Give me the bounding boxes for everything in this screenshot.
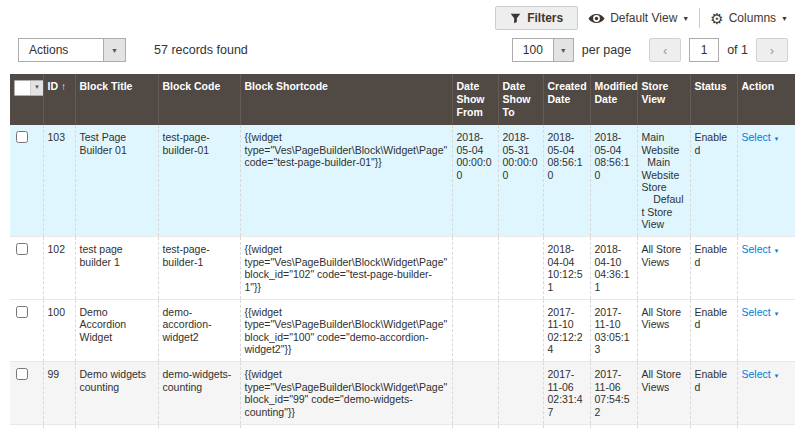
cell-created-date: 2018-04-04 10:12:51	[543, 237, 590, 300]
row-checkbox-cell	[10, 125, 43, 237]
cell-modified-date: 2018-05-04 08:56:10	[590, 125, 637, 237]
row-checkbox-cell	[10, 299, 43, 362]
cell-block-title: test page builder 1	[75, 237, 158, 300]
row-checkbox-cell	[10, 362, 43, 425]
cell-block-title: Test Page Builder 01	[75, 125, 158, 237]
header-store-view[interactable]: Store View	[637, 74, 690, 125]
cell-block-title: Demo widgets counting	[75, 362, 158, 425]
records-count: 57 records found	[154, 43, 248, 57]
actions-select[interactable]: Actions ▼	[18, 38, 126, 62]
cell-block-shortcode: {{widget type="Ves\PageBuilder\Block\Wid…	[240, 237, 452, 300]
cell-store-view: All Store Views	[637, 362, 690, 425]
select-action-link[interactable]: Select ▼	[742, 368, 780, 380]
cell-id: 100	[43, 299, 75, 362]
columns-label: Columns	[729, 11, 776, 25]
header-created-date[interactable]: Created Date	[543, 74, 590, 125]
page-number-input[interactable]	[689, 38, 719, 62]
chevron-down-icon: ▼	[774, 311, 780, 317]
cell-block-title: Demo Accordion Widget	[75, 299, 158, 362]
chevron-down-icon: ▼	[781, 15, 788, 22]
chevron-down-icon: ▼	[30, 81, 43, 95]
select-action-label: Select	[742, 368, 771, 380]
cell-status: Enabled	[690, 424, 737, 429]
select-action-label: Select	[742, 243, 771, 255]
header-id[interactable]: ID ↑	[43, 74, 75, 125]
previous-page-button[interactable]: ‹	[649, 38, 681, 62]
header-status[interactable]: Status	[690, 74, 737, 125]
select-all-dropdown[interactable]: ▼	[14, 80, 44, 96]
cell-store-view: All Store Views	[637, 237, 690, 300]
columns-control[interactable]: ⚙ Columns ▼	[710, 11, 788, 26]
cell-action: Select ▼	[737, 424, 795, 429]
cell-status: Enabled	[690, 299, 737, 362]
row-checkbox[interactable]	[16, 131, 28, 143]
cell-modified-date: 2017-10-31 06:10:39	[590, 424, 637, 429]
header-block-shortcode[interactable]: Block Shortcode	[240, 74, 452, 125]
cell-date-show-to	[498, 299, 543, 362]
table-row: 98 demo button widget demo-button-widget…	[10, 424, 795, 429]
chevron-down-icon: ▼	[682, 15, 689, 22]
header-date-show-to[interactable]: Date Show To	[498, 74, 543, 125]
pagination: 100 ▼ per page ‹ of 1 ›	[512, 38, 788, 62]
cell-status: Enabled	[690, 362, 737, 425]
cell-status: Enabled	[690, 237, 737, 300]
header-select-all: ▼	[10, 74, 43, 125]
cell-action: Select ▼	[737, 125, 795, 237]
filters-button[interactable]: Filters	[495, 6, 578, 30]
cell-modified-date: 2017-11-06 07:54:52	[590, 362, 637, 425]
cell-block-shortcode: {{widget type="Ves\PageBuilder\Block\Wid…	[240, 299, 452, 362]
header-block-code[interactable]: Block Code	[158, 74, 240, 125]
cell-block-shortcode: {{widget type="Ves\PageBuilder\Block\Wid…	[240, 362, 452, 425]
per-page-select[interactable]: 100 ▼	[512, 38, 574, 62]
chevron-down-icon: ▼	[774, 373, 780, 379]
cell-store-view: All Store Views	[637, 299, 690, 362]
filters-label: Filters	[527, 11, 563, 25]
cell-modified-date: 2017-11-10 03:05:13	[590, 299, 637, 362]
next-page-button[interactable]: ›	[756, 38, 788, 62]
select-action-link[interactable]: Select ▼	[742, 243, 780, 255]
view-label: Default View	[610, 11, 677, 25]
cell-store-view: All Store Views	[637, 424, 690, 429]
select-action-label: Select	[742, 131, 771, 143]
cell-block-shortcode: {{widget type="Ves\PageBuilder\Block\Wid…	[240, 125, 452, 237]
cell-date-show-from	[452, 299, 498, 362]
table-row: 100 Demo Accordion Widget demo-accordion…	[10, 299, 795, 362]
page-total-label: of 1	[727, 43, 748, 57]
cell-action: Select ▼	[737, 362, 795, 425]
grid-actions-toolbar: Actions ▼ 57 records found 100 ▼ per pag…	[0, 30, 800, 64]
table-row: 102 test page builder 1 test-page-builde…	[10, 237, 795, 300]
cell-id: 102	[43, 237, 75, 300]
cell-block-code: test-page-builder-1	[158, 237, 240, 300]
header-date-show-from[interactable]: Date Show From	[452, 74, 498, 125]
cell-date-show-to	[498, 362, 543, 425]
filter-icon	[510, 13, 521, 24]
cell-block-code: demo-accordion-widget2	[158, 299, 240, 362]
header-block-title[interactable]: Block Title	[75, 74, 158, 125]
cell-date-show-to	[498, 424, 543, 429]
per-page-value: 100	[513, 39, 553, 61]
select-all-checkbox[interactable]	[15, 81, 30, 95]
eye-icon	[588, 13, 605, 24]
toolbar-divider	[699, 8, 700, 28]
cell-date-show-from: 2018-05-04 00:00:00	[452, 125, 498, 237]
per-page-label: per page	[582, 43, 631, 57]
row-checkbox[interactable]	[16, 306, 28, 318]
row-checkbox-cell	[10, 424, 43, 429]
cell-created-date: 2017-11-06 02:31:47	[543, 362, 590, 425]
header-action[interactable]: Action	[737, 74, 795, 125]
row-checkbox[interactable]	[16, 243, 28, 255]
row-checkbox[interactable]	[16, 368, 28, 380]
default-view-control[interactable]: Default View ▼	[588, 11, 689, 25]
grid-view-toolbar: Filters Default View ▼ ⚙ Columns ▼	[0, 0, 800, 30]
cell-created-date: 2018-05-04 08:56:10	[543, 125, 590, 237]
select-action-link[interactable]: Select ▼	[742, 306, 780, 318]
row-checkbox-cell	[10, 237, 43, 300]
header-id-label: ID	[48, 80, 59, 92]
cell-block-code: test-page-builder-01	[158, 125, 240, 237]
cell-id: 103	[43, 125, 75, 237]
cell-block-title: demo button widget	[75, 424, 158, 429]
chevron-down-icon: ▼	[103, 39, 125, 61]
select-action-link[interactable]: Select ▼	[742, 131, 780, 143]
cell-action: Select ▼	[737, 237, 795, 300]
header-modified-date[interactable]: Modified Date	[590, 74, 637, 125]
